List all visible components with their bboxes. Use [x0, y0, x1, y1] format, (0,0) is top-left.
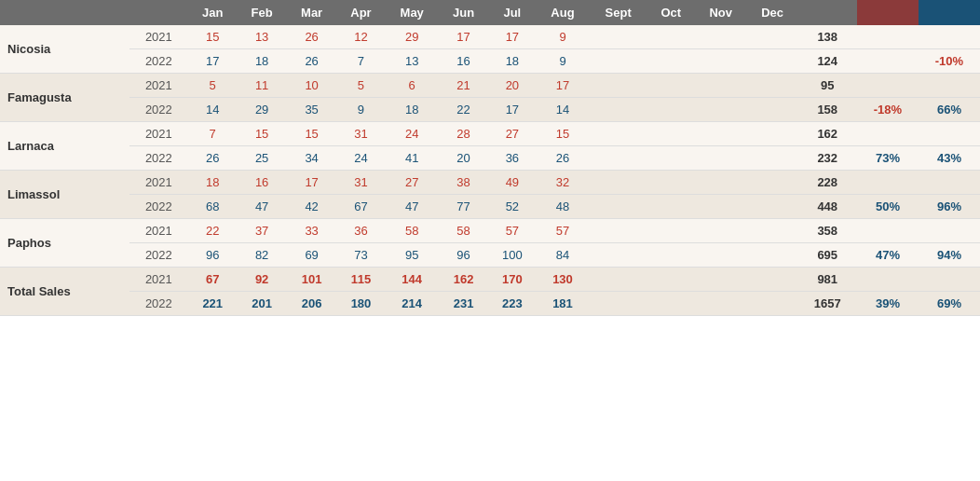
month-change-value	[857, 74, 919, 98]
month-value	[695, 146, 747, 171]
month-value: 36	[488, 146, 536, 171]
total-value: 95	[798, 74, 857, 98]
month-value: 77	[439, 195, 489, 219]
month-value	[590, 171, 647, 195]
month-value	[590, 292, 647, 316]
month-value: 69	[287, 243, 337, 268]
month-value	[747, 268, 798, 292]
month-value	[695, 195, 747, 219]
month-value: 38	[439, 171, 489, 195]
month-value: 144	[386, 268, 439, 292]
month-value: 20	[439, 146, 489, 171]
header-aug: Aug	[536, 0, 589, 25]
month-change-value: -18%	[857, 98, 919, 122]
month-change-value	[857, 122, 919, 146]
month-value	[695, 25, 747, 49]
month-value: 33	[287, 219, 337, 243]
year-change-value: 96%	[919, 195, 980, 219]
district-name: Total Sales	[0, 268, 129, 316]
year-change-value	[919, 219, 980, 243]
month-value: 14	[188, 98, 237, 122]
month-change-value	[857, 171, 919, 195]
month-value: 15	[536, 122, 589, 146]
year-change-value	[919, 74, 980, 98]
month-value: 115	[336, 268, 385, 292]
month-value	[695, 49, 747, 74]
month-value: 5	[188, 74, 237, 98]
header-month-last-year	[857, 0, 919, 25]
month-value: 16	[237, 171, 287, 195]
month-value: 181	[536, 292, 589, 316]
month-value: 84	[536, 243, 589, 268]
total-value: 158	[798, 98, 857, 122]
month-value: 11	[237, 74, 287, 98]
month-value	[647, 219, 695, 243]
month-value: 180	[336, 292, 385, 316]
month-change-value	[857, 268, 919, 292]
header-mar: Mar	[287, 0, 337, 25]
month-value: 20	[488, 74, 536, 98]
month-value	[590, 122, 647, 146]
month-value	[747, 74, 798, 98]
month-value: 206	[287, 292, 337, 316]
month-value: 17	[287, 171, 337, 195]
month-change-value: 73%	[857, 146, 919, 171]
year-change-value: -10%	[919, 49, 980, 74]
month-value: 32	[536, 171, 589, 195]
total-value: 228	[798, 171, 857, 195]
month-value: 231	[439, 292, 489, 316]
month-value: 18	[188, 171, 237, 195]
month-value: 68	[188, 195, 237, 219]
month-value	[747, 195, 798, 219]
month-value: 92	[237, 268, 287, 292]
month-change-value: 47%	[857, 243, 919, 268]
month-value: 35	[287, 98, 337, 122]
month-value	[647, 292, 695, 316]
month-value: 96	[439, 243, 489, 268]
month-value: 9	[536, 25, 589, 49]
month-value: 36	[336, 219, 385, 243]
total-value: 232	[798, 146, 857, 171]
month-value: 9	[536, 49, 589, 74]
month-change-value	[857, 25, 919, 49]
header-jul: Jul	[488, 0, 536, 25]
month-value	[647, 268, 695, 292]
total-value: 1657	[798, 292, 857, 316]
month-value	[695, 98, 747, 122]
month-value	[590, 98, 647, 122]
month-value: 96	[188, 243, 237, 268]
month-value: 17	[488, 98, 536, 122]
month-value: 67	[188, 268, 237, 292]
month-value	[747, 98, 798, 122]
month-value: 31	[336, 171, 385, 195]
month-value: 26	[287, 49, 337, 74]
month-value: 41	[386, 146, 439, 171]
month-value: 48	[536, 195, 589, 219]
month-value	[647, 171, 695, 195]
month-value: 18	[488, 49, 536, 74]
total-value: 981	[798, 268, 857, 292]
month-value: 26	[188, 146, 237, 171]
year-cell: 2022	[129, 98, 188, 122]
month-value: 95	[386, 243, 439, 268]
main-table: Jan Feb Mar Apr May Jun Jul Aug Sept Oct…	[0, 0, 980, 316]
month-value	[647, 98, 695, 122]
month-value: 28	[439, 122, 489, 146]
month-value: 47	[386, 195, 439, 219]
month-value: 27	[488, 122, 536, 146]
total-value: 162	[798, 122, 857, 146]
month-value: 26	[287, 25, 337, 49]
month-value	[590, 49, 647, 74]
header-may: May	[386, 0, 439, 25]
month-value: 17	[439, 25, 489, 49]
header-jun: Jun	[439, 0, 489, 25]
year-cell: 2022	[129, 292, 188, 316]
month-value: 100	[488, 243, 536, 268]
year-change-value	[919, 25, 980, 49]
month-value: 13	[386, 49, 439, 74]
year-change-value	[919, 122, 980, 146]
year-cell: 2021	[129, 25, 188, 49]
year-cell: 2021	[129, 219, 188, 243]
header-dec: Dec	[747, 0, 798, 25]
month-value	[647, 122, 695, 146]
